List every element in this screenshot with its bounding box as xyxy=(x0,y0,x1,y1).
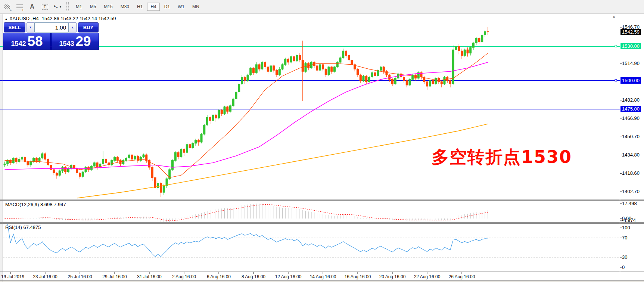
sell-button[interactable]: SELL xyxy=(4,22,25,32)
rsi-line xyxy=(7,223,488,257)
bid-main: 1542 xyxy=(11,40,26,48)
bid-pips: 58 xyxy=(27,34,43,49)
buy-button[interactable]: BUY xyxy=(78,22,99,32)
macd-signal-line xyxy=(5,205,488,221)
volume-increase-button[interactable]: ▲ xyxy=(69,22,77,32)
slow-ma-line xyxy=(77,124,488,198)
ask-main: 1543 xyxy=(59,40,74,48)
volume-decrease-button[interactable]: ▼ xyxy=(27,22,34,32)
bid-price-box[interactable]: 1542 58 xyxy=(3,33,51,50)
ask-pips: 29 xyxy=(75,34,91,49)
volume-input[interactable] xyxy=(34,22,69,32)
ask-price-box[interactable]: 1543 29 xyxy=(51,33,99,50)
fast-ma-line xyxy=(5,53,488,177)
